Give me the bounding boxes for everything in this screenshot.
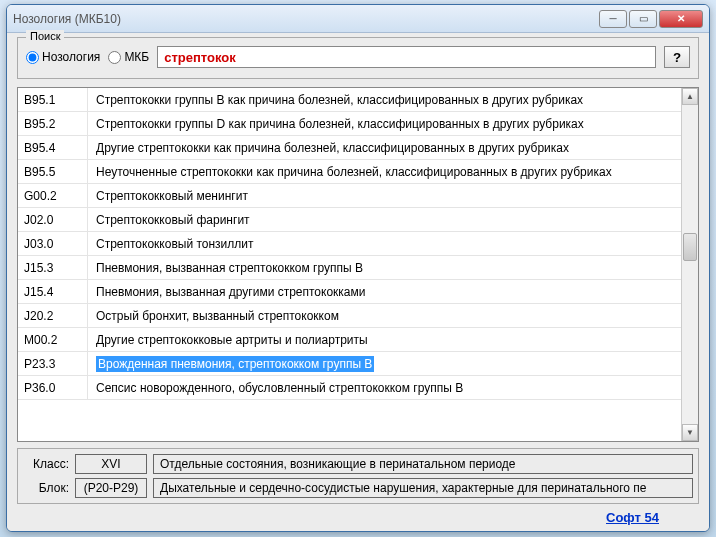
details-panel: Класс: XVI Отдельные состояния, возникаю… bbox=[17, 448, 699, 504]
item-desc: Врожденная пневмония, стрептококком груп… bbox=[88, 352, 681, 375]
item-desc: Стрептококковый фарингит bbox=[88, 208, 681, 231]
radio-nosology-input[interactable] bbox=[26, 51, 39, 64]
item-code: B95.5 bbox=[18, 160, 88, 183]
item-desc: Неуточненные стрептококки как причина бо… bbox=[88, 160, 681, 183]
item-desc: Сепсис новорожденного, обусловленный стр… bbox=[88, 376, 681, 399]
main-window: Нозология (МКБ10) ─ ▭ ✕ Поиск Нозология … bbox=[6, 4, 710, 532]
item-code: B95.4 bbox=[18, 136, 88, 159]
item-code: J03.0 bbox=[18, 232, 88, 255]
window-title: Нозология (МКБ10) bbox=[13, 12, 597, 26]
titlebar[interactable]: Нозология (МКБ10) ─ ▭ ✕ bbox=[7, 5, 709, 33]
window-controls: ─ ▭ ✕ bbox=[597, 10, 703, 28]
item-code: B95.1 bbox=[18, 88, 88, 111]
item-desc: Пневмония, вызванная стрептококком групп… bbox=[88, 256, 681, 279]
item-code: B95.2 bbox=[18, 112, 88, 135]
list-item[interactable]: B95.5Неуточненные стрептококки как причи… bbox=[18, 160, 681, 184]
help-button[interactable]: ? bbox=[664, 46, 690, 68]
list-item[interactable]: J15.3Пневмония, вызванная стрептококком … bbox=[18, 256, 681, 280]
search-group-label: Поиск bbox=[26, 30, 64, 42]
radio-nosology-label: Нозология bbox=[42, 50, 100, 64]
block-label: Блок: bbox=[23, 481, 69, 495]
list-item[interactable]: J20.2Острый бронхит, вызванный стрептоко… bbox=[18, 304, 681, 328]
list-item[interactable]: G00.2Стрептококковый менингит bbox=[18, 184, 681, 208]
class-row: Класс: XVI Отдельные состояния, возникаю… bbox=[23, 454, 693, 474]
scroll-down-button[interactable]: ▼ bbox=[682, 424, 698, 441]
scroll-track[interactable] bbox=[682, 105, 698, 424]
block-value: (P20-P29) bbox=[75, 478, 147, 498]
block-desc: Дыхательные и сердечно-сосудистые наруше… bbox=[153, 478, 693, 498]
scroll-up-button[interactable]: ▲ bbox=[682, 88, 698, 105]
item-desc: Другие стрептококки как причина болезней… bbox=[88, 136, 681, 159]
item-code: M00.2 bbox=[18, 328, 88, 351]
block-row: Блок: (P20-P29) Дыхательные и сердечно-с… bbox=[23, 478, 693, 498]
item-code: P23.3 bbox=[18, 352, 88, 375]
item-desc: Стрептококки группы D как причина болезн… bbox=[88, 112, 681, 135]
item-desc: Другие стрептококковые артриты и полиарт… bbox=[88, 328, 681, 351]
list-item[interactable]: J03.0Стрептококковый тонзиллит bbox=[18, 232, 681, 256]
item-code: J02.0 bbox=[18, 208, 88, 231]
item-desc: Стрептококки группы B как причина болезн… bbox=[88, 88, 681, 111]
class-label: Класс: bbox=[23, 457, 69, 471]
results-body: B95.1Стрептококки группы B как причина б… bbox=[18, 88, 681, 441]
scrollbar[interactable]: ▲ ▼ bbox=[681, 88, 698, 441]
search-input[interactable] bbox=[157, 46, 656, 68]
item-code: P36.0 bbox=[18, 376, 88, 399]
radio-mkb-input[interactable] bbox=[108, 51, 121, 64]
scroll-thumb[interactable] bbox=[683, 233, 697, 261]
search-group: Поиск Нозология МКБ ? bbox=[17, 37, 699, 79]
item-desc: Стрептококковый тонзиллит bbox=[88, 232, 681, 255]
class-desc: Отдельные состояния, возникающие в перин… bbox=[153, 454, 693, 474]
item-code: G00.2 bbox=[18, 184, 88, 207]
list-item[interactable]: M00.2Другие стрептококковые артриты и по… bbox=[18, 328, 681, 352]
item-desc: Пневмония, вызванная другими стрептококк… bbox=[88, 280, 681, 303]
radio-mkb-label: МКБ bbox=[124, 50, 149, 64]
item-code: J20.2 bbox=[18, 304, 88, 327]
class-value: XVI bbox=[75, 454, 147, 474]
list-item[interactable]: P36.0Сепсис новорожденного, обусловленны… bbox=[18, 376, 681, 400]
list-item[interactable]: P23.3Врожденная пневмония, стрептококком… bbox=[18, 352, 681, 376]
radio-nosology[interactable]: Нозология bbox=[26, 50, 100, 64]
results-list: B95.1Стрептококки группы B как причина б… bbox=[17, 87, 699, 442]
footer: Софт 54 bbox=[17, 504, 699, 525]
list-item[interactable]: B95.2Стрептококки группы D как причина б… bbox=[18, 112, 681, 136]
item-code: J15.3 bbox=[18, 256, 88, 279]
item-code: J15.4 bbox=[18, 280, 88, 303]
content-area: Поиск Нозология МКБ ? B95.1Стрептококки … bbox=[7, 33, 709, 531]
maximize-button[interactable]: ▭ bbox=[629, 10, 657, 28]
list-item[interactable]: B95.4Другие стрептококки как причина бол… bbox=[18, 136, 681, 160]
footer-link[interactable]: Софт 54 bbox=[606, 510, 659, 525]
item-desc: Острый бронхит, вызванный стрептококком bbox=[88, 304, 681, 327]
close-button[interactable]: ✕ bbox=[659, 10, 703, 28]
list-item[interactable]: J02.0Стрептококковый фарингит bbox=[18, 208, 681, 232]
item-desc: Стрептококковый менингит bbox=[88, 184, 681, 207]
minimize-button[interactable]: ─ bbox=[599, 10, 627, 28]
radio-mkb[interactable]: МКБ bbox=[108, 50, 149, 64]
list-item[interactable]: J15.4Пневмония, вызванная другими стрепт… bbox=[18, 280, 681, 304]
list-item[interactable]: B95.1Стрептококки группы B как причина б… bbox=[18, 88, 681, 112]
